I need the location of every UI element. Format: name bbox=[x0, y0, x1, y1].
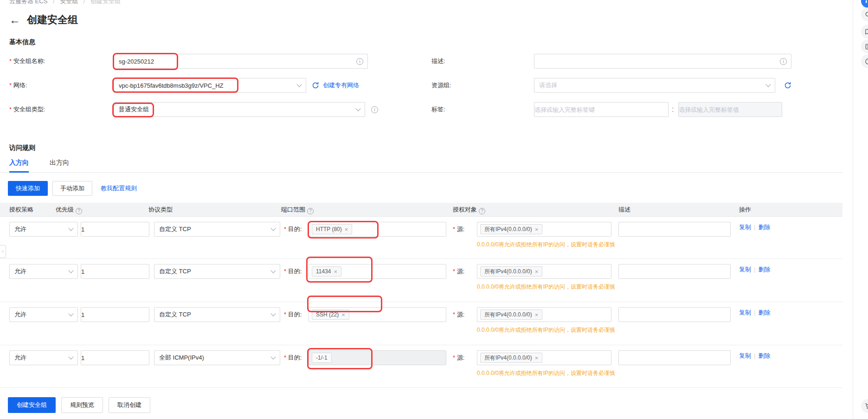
source-field[interactable]: 所有IPv4(0.0.0.0/0)× bbox=[477, 307, 611, 322]
priority-input[interactable] bbox=[81, 264, 149, 278]
info-icon[interactable]: i bbox=[356, 58, 363, 65]
network-select[interactable]: vpc-bp1675fav6tdb8msb3g9z/VPC_HZ bbox=[114, 78, 306, 93]
protocol-select[interactable]: 自定义 TCP bbox=[154, 307, 280, 322]
port-range-field[interactable]: HTTP (80)× bbox=[309, 222, 446, 237]
breadcrumb-item-ecs[interactable]: 云服务器 ECS bbox=[9, 0, 47, 5]
th-target: 授权对象? bbox=[453, 203, 485, 217]
refresh-icon[interactable] bbox=[312, 82, 319, 89]
copy-link[interactable]: 复制 bbox=[739, 266, 751, 273]
basic-info-title: 基本信息 bbox=[9, 38, 35, 46]
source-field[interactable]: 所有IPv4(0.0.0.0/0)× bbox=[477, 222, 611, 237]
guide-link[interactable]: 教我配置规则 bbox=[101, 184, 137, 193]
copy-link[interactable]: 复制 bbox=[739, 352, 751, 359]
breadcrumb-item-security-group[interactable]: 安全组 bbox=[60, 0, 78, 5]
preview-button[interactable]: 规则预览 bbox=[61, 397, 103, 413]
close-icon[interactable]: × bbox=[341, 311, 345, 318]
cidr-warning: 0.0.0.0/0将允许或拒绝所有IP的访问，设置时请务必谨慎 bbox=[477, 369, 616, 378]
copy-link[interactable]: 复制 bbox=[739, 224, 751, 231]
rule-description-input[interactable] bbox=[619, 222, 730, 236]
delete-link[interactable]: 删除 bbox=[758, 224, 770, 231]
question-icon[interactable]: ? bbox=[307, 208, 314, 214]
policy-select[interactable]: 允许 bbox=[9, 264, 78, 279]
policy-select[interactable]: 允许 bbox=[9, 350, 78, 365]
copy-link[interactable]: 复制 bbox=[739, 309, 751, 316]
resource-group-select[interactable]: 请选择 bbox=[534, 78, 775, 93]
breadcrumb-item-current: 创建安全组 bbox=[90, 0, 121, 5]
delete-link[interactable]: 删除 bbox=[758, 266, 770, 273]
port-range-field[interactable]: 11434× bbox=[309, 264, 446, 279]
resource-group-label: 资源组: bbox=[431, 78, 451, 93]
breadcrumb-separator: / bbox=[84, 0, 85, 5]
info-icon[interactable]: i bbox=[780, 58, 787, 65]
port-range-field[interactable]: SSH (22)× bbox=[309, 307, 446, 322]
th-description: 描述 bbox=[618, 203, 630, 217]
source-label: 源: bbox=[453, 350, 464, 365]
panel-collapse-handle[interactable]: ‹ bbox=[0, 245, 6, 258]
tag-value-input[interactable] bbox=[679, 103, 782, 116]
tab-inbound[interactable]: 入方向 bbox=[9, 159, 29, 173]
info-icon[interactable]: i bbox=[371, 106, 378, 113]
question-icon[interactable]: ? bbox=[76, 208, 82, 214]
close-icon[interactable]: × bbox=[345, 226, 348, 233]
docs-book-icon[interactable] bbox=[861, 25, 868, 39]
survey-checklist-icon[interactable] bbox=[861, 39, 868, 53]
chevron-down-icon bbox=[296, 82, 302, 87]
close-icon[interactable]: × bbox=[535, 268, 539, 275]
quick-add-button[interactable]: 快速添加 bbox=[8, 181, 48, 196]
direction-tabs: 入方向 出方向 bbox=[0, 159, 842, 173]
source-label: 源: bbox=[453, 222, 464, 237]
tab-outbound[interactable]: 出方向 bbox=[50, 159, 69, 173]
security-group-name-input[interactable] bbox=[114, 54, 367, 68]
source-field[interactable]: 所有IPv4(0.0.0.0/0)× bbox=[477, 350, 611, 365]
refresh-icon[interactable] bbox=[784, 82, 791, 89]
close-icon[interactable]: × bbox=[535, 355, 539, 361]
rule-description-input[interactable] bbox=[619, 308, 730, 322]
manual-add-button[interactable]: 手动添加 bbox=[52, 181, 92, 196]
search-icon[interactable] bbox=[861, 7, 868, 21]
priority-input[interactable] bbox=[81, 351, 149, 365]
close-icon[interactable]: × bbox=[334, 268, 337, 275]
th-port-range: 端口范围? bbox=[281, 203, 314, 217]
back-arrow-icon[interactable]: ← bbox=[9, 14, 20, 26]
chevron-down-icon bbox=[68, 226, 73, 231]
policy-select[interactable]: 允许 bbox=[9, 307, 78, 322]
dest-label: 目的: bbox=[284, 222, 302, 237]
cart-icon[interactable] bbox=[861, 399, 868, 413]
row-actions: 复制|删除 bbox=[739, 223, 770, 232]
close-icon[interactable]: × bbox=[535, 226, 539, 233]
rules-toolbar: 快速添加 手动添加 教我配置规则 bbox=[8, 181, 137, 196]
source-field[interactable]: 所有IPv4(0.0.0.0/0)× bbox=[477, 264, 611, 279]
cidr-warning: 0.0.0.0/0将允许或拒绝所有IP的访问，设置时请务必谨慎 bbox=[477, 283, 616, 291]
create-vpc-link[interactable]: 创建专有网络 bbox=[323, 81, 359, 90]
delete-link[interactable]: 删除 bbox=[758, 309, 770, 316]
page-title: 创建安全组 bbox=[27, 13, 78, 27]
priority-input[interactable] bbox=[81, 222, 149, 236]
cancel-button[interactable]: 取消创建 bbox=[109, 397, 150, 413]
delete-link[interactable]: 删除 bbox=[758, 352, 770, 359]
close-icon[interactable]: × bbox=[535, 311, 539, 318]
form-row-network: 网络: vpc-bp1675fav6tdb8msb3g9z/VPC_HZ 创建专… bbox=[0, 78, 868, 93]
port-tag: SSH (22)× bbox=[312, 309, 349, 320]
rule-row: 允许 自定义 TCP 目的: SSH (22)× 源: 所有IPv4(0.0.0… bbox=[0, 302, 842, 345]
th-protocol: 协议类型 bbox=[148, 203, 173, 217]
priority-field bbox=[81, 350, 149, 365]
security-group-type-select[interactable]: 普通安全组 bbox=[114, 102, 365, 117]
protocol-select[interactable]: 全部 ICMP(IPv4) bbox=[154, 350, 280, 365]
customer-service-icon[interactable] bbox=[861, 0, 868, 8]
protocol-select[interactable]: 自定义 TCP bbox=[154, 222, 280, 237]
policy-select[interactable]: 允许 bbox=[9, 222, 78, 237]
tag-key-input[interactable] bbox=[534, 103, 668, 116]
create-security-group-page: 云服务器 ECS / 安全组 / 创建安全组 ← 创建安全组 基本信息 安全组名… bbox=[0, 0, 868, 419]
rule-description-input[interactable] bbox=[619, 351, 730, 365]
question-icon[interactable]: ? bbox=[479, 208, 485, 214]
tag-label: 标签: bbox=[431, 102, 445, 117]
rule-description-input[interactable] bbox=[619, 264, 730, 278]
type-extras: i bbox=[371, 102, 378, 117]
name-field-wrap: i bbox=[114, 54, 368, 69]
protocol-select[interactable]: 自定义 TCP bbox=[154, 264, 280, 279]
priority-input[interactable] bbox=[81, 308, 149, 322]
description-input[interactable] bbox=[534, 54, 791, 68]
breadcrumb: 云服务器 ECS / 安全组 / 创建安全组 bbox=[9, 0, 121, 6]
create-button[interactable]: 创建安全组 bbox=[8, 397, 56, 413]
help-question-icon[interactable]: ? bbox=[861, 54, 868, 68]
